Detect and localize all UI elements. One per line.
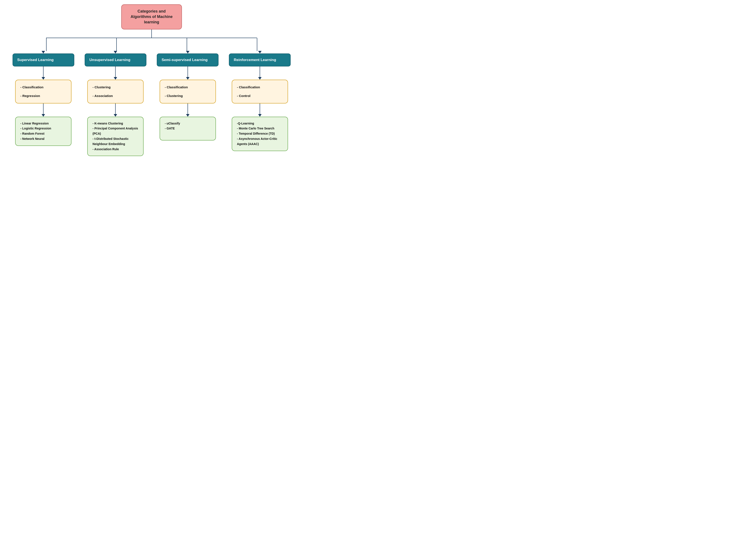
unsupervised-algo-3: - t-Distributed Stochastic Neighbour Emb… [93, 136, 138, 147]
unsupervised-task-1: - Clustering [93, 84, 138, 91]
supervised-task-1: - Classification [20, 84, 66, 91]
reinforcement-task-1: - Classification [237, 84, 283, 91]
branch2-vline [116, 38, 117, 51]
arrow-reinforcement-2 [258, 77, 262, 80]
supervised-label: Supervised Learning [17, 58, 54, 62]
supervised-algo-1: - Linear Regression [20, 121, 66, 126]
branch-semi-supervised: Semi-supervised Learning - Classificatio… [155, 51, 220, 156]
branches-container: Supervised Learning - Classification - R… [11, 51, 292, 156]
root-title: Categories and Algorithms of Machine lea… [131, 9, 172, 24]
semi-tasks-box: - Classification - Clustering [160, 80, 216, 104]
unsupervised-algos-box: - K-means Clustering - Principal Compone… [87, 117, 144, 156]
unsupervised-algo-1: - K-means Clustering [93, 121, 138, 126]
unsupervised-task-2: - Association [93, 93, 138, 99]
arrow-supervised [41, 51, 45, 53]
supervised-line2 [43, 104, 43, 114]
reinforcement-algos-box: -Q-Learning - Monte Carlo Tree Search - … [232, 117, 288, 151]
arrow-supervised-3 [41, 114, 45, 117]
semi-supervised-learning-box: Semi-supervised Learning [157, 53, 219, 66]
arrow-unsupervised-2 [114, 77, 117, 80]
reinforcement-tasks-box: - Classification - Control [232, 80, 288, 104]
arrow-semi-3 [186, 114, 190, 117]
reinforcement-algo-4: - Asynchronous Actor-Critic Agents (AAAC… [237, 136, 283, 147]
supervised-learning-box: Supervised Learning [13, 53, 74, 66]
arrow-reinforcement-3 [258, 114, 262, 117]
supervised-tasks-box: - Classification - Regression [15, 80, 72, 104]
reinforcement-line1 [260, 66, 260, 77]
arrow-unsupervised-3 [114, 114, 117, 117]
reinforcement-task-2: - Control [237, 93, 283, 99]
supervised-algo-2: - Logistic Regression [20, 126, 66, 131]
semi-line1 [187, 66, 188, 77]
semi-task-2: - Clustering [165, 93, 211, 99]
branch1-vline [46, 38, 46, 51]
arrow-semi [186, 51, 190, 53]
arrow-unsupervised [114, 51, 117, 53]
supervised-task-2: - Regression [20, 93, 66, 99]
semi-task-1: - Classification [165, 84, 211, 91]
supervised-line1 [43, 66, 43, 77]
root-node: Categories and Algorithms of Machine lea… [121, 4, 182, 29]
unsupervised-line1 [115, 66, 116, 77]
branch-supervised: Supervised Learning - Classification - R… [11, 51, 76, 156]
semi-supervised-label: Semi-supervised Learning [161, 58, 208, 62]
reinforcement-algo-2: - Monte Carlo Tree Search [237, 126, 283, 131]
unsupervised-label: Unsupervised Learning [90, 58, 130, 62]
branch3-vline [187, 38, 187, 51]
reinforcement-line2 [260, 104, 260, 114]
unsupervised-algo-4: - Association Rule [93, 147, 138, 152]
reinforcement-algo-3: - Temporal Difference (TD) [237, 131, 283, 136]
arrow-reinforcement [258, 51, 262, 53]
unsupervised-algo-2: - Principal Component Analysis (PCA) [93, 126, 138, 136]
unsupervised-line2 [115, 104, 116, 114]
branch4-vline [257, 38, 257, 51]
semi-algo-2: - GATE [165, 126, 211, 131]
branch-unsupervised: Unsupervised Learning - Clustering - Ass… [83, 51, 148, 156]
reinforcement-learning-box: Reinforcement Learning [229, 53, 291, 66]
supervised-algo-4: - Network Neural [20, 136, 66, 142]
semi-line2 [187, 104, 188, 114]
branch-reinforcement: Reinforcement Learning - Classification … [227, 51, 292, 156]
supervised-algo-3: - Random Forest [20, 131, 66, 136]
semi-algos-box: - uClassify - GATE [160, 117, 216, 140]
diagram: Categories and Algorithms of Machine lea… [4, 4, 299, 156]
root-vertical-line [151, 29, 152, 38]
supervised-algos-box: - Linear Regression - Logistic Regressio… [15, 117, 72, 146]
arrow-semi-2 [186, 77, 190, 80]
unsupervised-tasks-box: - Clustering - Association [87, 80, 144, 104]
arrow-supervised-2 [41, 77, 45, 80]
reinforcement-label: Reinforcement Learning [234, 58, 276, 62]
branch-connectors [11, 38, 292, 51]
unsupervised-learning-box: Unsupervised Learning [85, 53, 146, 66]
reinforcement-algo-1: -Q-Learning [237, 121, 283, 126]
semi-algo-1: - uClassify [165, 121, 211, 126]
